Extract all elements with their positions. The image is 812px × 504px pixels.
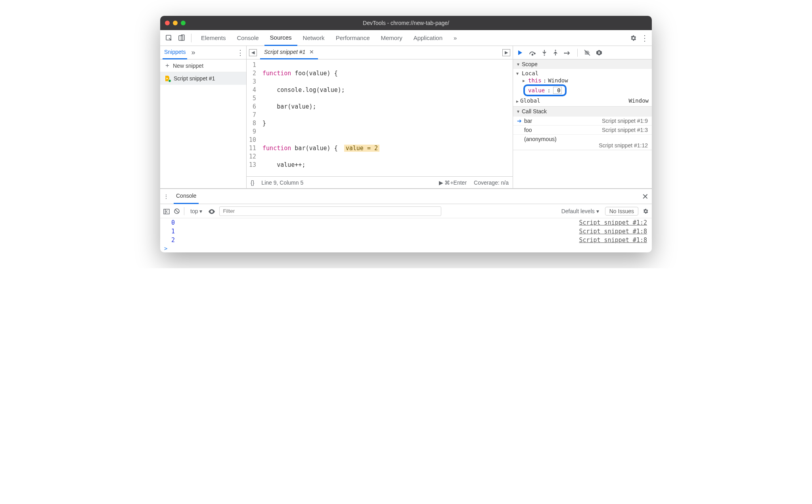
new-snippet-label: New snippet — [173, 63, 203, 69]
stack-frame[interactable]: (anonymous) Script snippet #1:12 — [513, 134, 652, 150]
tab-memory[interactable]: Memory — [375, 30, 408, 46]
editor-column: ◀ Script snippet #1 ✕ ▶ 1234567891011121… — [247, 46, 513, 188]
tab-console[interactable]: Console — [232, 30, 264, 46]
console-source-link[interactable]: Script snippet #1:2 — [579, 219, 647, 226]
scope-global-row[interactable]: ▶GlobalWindow — [513, 97, 652, 105]
stack-frame[interactable]: ➔barScript snippet #1:9 — [513, 116, 652, 125]
window-controls — [165, 21, 186, 25]
clear-console-icon[interactable] — [174, 208, 180, 214]
snippet-item-label: Script snippet #1 — [174, 75, 215, 82]
scope-this-row[interactable]: ▶this: Window — [513, 77, 652, 84]
tab-application[interactable]: Application — [408, 30, 448, 46]
tab-elements[interactable]: Elements — [195, 30, 232, 46]
close-file-icon[interactable]: ✕ — [309, 49, 314, 55]
console-row[interactable]: 1Script snippet #1:8 — [160, 227, 652, 236]
toolbar-divider — [191, 34, 192, 42]
step-icon[interactable] — [564, 50, 571, 56]
drawer-tab-console[interactable]: Console — [174, 189, 199, 204]
code-editor[interactable]: 12345678910111213 function foo(value) { … — [247, 59, 513, 176]
console-settings-icon[interactable] — [642, 208, 649, 214]
main-toolbar: Elements Console Sources Network Perform… — [160, 30, 652, 46]
snippet-file-icon — [164, 75, 170, 82]
panel-tabs: Elements Console Sources Network Perform… — [195, 30, 628, 46]
console-sidebar-toggle-icon[interactable] — [163, 208, 170, 214]
console-filter-input[interactable] — [219, 206, 441, 216]
pause-exceptions-icon[interactable] — [596, 49, 602, 56]
console-output: 0Script snippet #1:2 1Script snippet #1:… — [160, 218, 652, 244]
tab-performance[interactable]: Performance — [330, 30, 375, 46]
minimize-window-button[interactable] — [173, 21, 178, 25]
cursor-position: Line 9, Column 5 — [261, 179, 303, 186]
new-snippet-button[interactable]: ＋ New snippet — [160, 59, 246, 72]
tabs-overflow-icon[interactable]: » — [448, 30, 462, 46]
step-over-icon[interactable] — [529, 49, 536, 55]
pretty-print-icon[interactable]: {} — [251, 179, 254, 186]
inspect-icon[interactable] — [163, 32, 174, 44]
plus-icon: ＋ — [164, 61, 170, 70]
console-row[interactable]: 0Script snippet #1:2 — [160, 218, 652, 227]
svg-point-5 — [555, 50, 556, 51]
devtools-window: DevTools - chrome://new-tab-page/ Elemen… — [160, 16, 652, 252]
drawer-close-icon[interactable]: ✕ — [642, 192, 649, 201]
deactivate-breakpoints-icon[interactable] — [584, 49, 590, 56]
svg-rect-9 — [164, 209, 169, 214]
settings-icon[interactable] — [630, 34, 637, 41]
context-selector[interactable]: top▾ — [188, 208, 204, 215]
scope-value-input[interactable] — [553, 87, 562, 94]
console-source-link[interactable]: Script snippet #1:8 — [579, 228, 647, 235]
log-levels-selector[interactable]: Default levels▾ — [559, 208, 601, 215]
drawer-more-icon[interactable]: ⋮ — [163, 193, 169, 200]
console-drawer: ⋮ Console ✕ top▾ Default levels▾ No Issu… — [160, 189, 652, 252]
sidebar-more-icon[interactable]: ⋮ — [237, 48, 244, 57]
scope-local-header[interactable]: ▼Local — [513, 70, 652, 77]
debugger-sidebar: ▼Scope ▼Local ▶this: Window value: ▶Glob… — [513, 46, 652, 188]
code-body: function foo(value) { console.log(value)… — [260, 59, 513, 176]
file-tab-label: Script snippet #1 — [264, 49, 305, 55]
sidebar-tabs-overflow-icon[interactable]: » — [191, 48, 195, 57]
value-edit-highlight: value: — [523, 84, 567, 96]
close-window-button[interactable] — [165, 21, 170, 25]
zoom-window-button[interactable] — [181, 21, 186, 25]
run-shortcut-label[interactable]: ▶ ⌘+Enter — [439, 179, 467, 186]
line-gutter: 12345678910111213 — [247, 59, 260, 176]
inline-value-hint: value = 2 — [344, 145, 379, 152]
device-toggle-icon[interactable] — [176, 32, 187, 44]
step-into-icon[interactable] — [542, 49, 547, 56]
run-toggle-icon[interactable]: ▶ — [502, 49, 510, 56]
coverage-label: Coverage: n/a — [474, 179, 509, 186]
sources-panel: Snippets » ⋮ ＋ New snippet Script snippe… — [160, 46, 652, 189]
svg-point-3 — [532, 54, 533, 55]
live-expression-icon[interactable] — [208, 208, 215, 214]
editor-footer: {} Line 9, Column 5 ▶ ⌘+Enter Coverage: … — [247, 176, 513, 188]
debugger-toolbar — [513, 46, 652, 59]
svg-rect-7 — [598, 52, 599, 54]
scope-value-row[interactable]: value: — [513, 84, 652, 97]
tab-sources[interactable]: Sources — [264, 30, 297, 46]
file-nav-icon[interactable]: ◀ — [249, 49, 257, 56]
resume-icon[interactable] — [517, 49, 523, 56]
more-icon[interactable]: ⋮ — [641, 33, 649, 43]
window-title: DevTools - chrome://new-tab-page/ — [160, 20, 652, 26]
svg-point-6 — [564, 52, 565, 53]
snippet-item[interactable]: Script snippet #1 — [160, 72, 246, 85]
console-prompt[interactable]: > — [160, 244, 652, 252]
navigator-sidebar: Snippets » ⋮ ＋ New snippet Script snippe… — [160, 46, 247, 188]
issues-button[interactable]: No Issues — [605, 207, 638, 216]
callstack-section-header[interactable]: ▼Call Stack — [513, 107, 652, 116]
console-row[interactable]: 2Script snippet #1:8 — [160, 236, 652, 244]
svg-rect-1 — [179, 36, 183, 40]
svg-rect-8 — [599, 52, 600, 54]
svg-point-4 — [544, 55, 545, 56]
stack-frame[interactable]: fooScript snippet #1:3 — [513, 125, 652, 134]
titlebar: DevTools - chrome://new-tab-page/ — [160, 16, 652, 30]
tab-network[interactable]: Network — [297, 30, 330, 46]
sidebar-tab-snippets[interactable]: Snippets — [163, 46, 187, 59]
scope-section-header[interactable]: ▼Scope — [513, 59, 652, 69]
step-out-icon[interactable] — [553, 49, 558, 56]
console-source-link[interactable]: Script snippet #1:8 — [579, 237, 647, 244]
file-tab[interactable]: Script snippet #1 ✕ — [260, 46, 318, 59]
